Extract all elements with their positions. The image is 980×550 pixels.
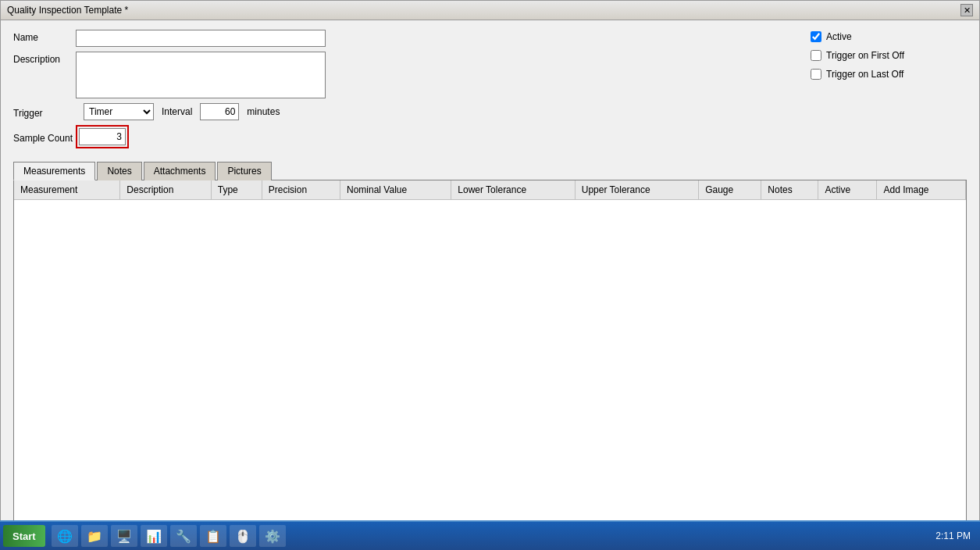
table-header-row: Measurement Description Type Precision N… (14, 180, 966, 200)
active-checkbox[interactable] (811, 31, 821, 42)
tab-panel-measurements: Measurement Description Type Precision N… (13, 180, 967, 529)
description-label: Description (13, 52, 76, 65)
name-row: Name (13, 30, 795, 47)
col-lower-tolerance: Lower Tolerance (451, 180, 575, 200)
col-active: Active (818, 180, 877, 200)
active-label: Active (826, 31, 852, 42)
taskbar-icon-app3[interactable]: 🔧 (170, 525, 197, 547)
measurements-table: Measurement Description Type Precision N… (14, 180, 966, 200)
tabs-wrapper: Measurements Notes Attachments Pictures … (13, 161, 967, 529)
sample-count-input[interactable] (79, 128, 126, 145)
name-label: Name (13, 30, 76, 43)
col-upper-tolerance: Upper Tolerance (575, 180, 698, 200)
col-measurement: Measurement (14, 180, 120, 200)
table-empty-area (14, 200, 966, 528)
taskbar-icon-app1[interactable]: 🖥️ (111, 525, 137, 547)
main-window: Quality Inspection Template * ✕ Name Des… (0, 0, 980, 550)
taskbar-icon-app4[interactable]: 📋 (200, 525, 226, 547)
trigger-last-off-label: Trigger on Last Off (826, 69, 903, 80)
interval-input[interactable] (200, 103, 239, 120)
trigger-row: Trigger Timer Manual Count Interval minu… (13, 103, 795, 120)
interval-label: Interval (162, 106, 192, 117)
trigger-select[interactable]: Timer Manual Count (84, 103, 154, 120)
left-form: Name Description Trigger Timer Manual Co… (13, 30, 795, 153)
col-nominal-value: Nominal Value (340, 180, 451, 200)
trigger-first-off-checkbox[interactable] (811, 50, 821, 61)
col-notes: Notes (761, 180, 818, 200)
trigger-label: Trigger (13, 105, 76, 119)
taskbar-time: 2:11 PM (935, 530, 971, 541)
taskbar-icon-app6[interactable]: ⚙️ (259, 525, 286, 547)
close-button[interactable]: ✕ (960, 4, 973, 16)
taskbar-icon-ie[interactable]: 🌐 (52, 525, 78, 547)
window-title: Quality Inspection Template * (7, 5, 128, 16)
col-gauge: Gauge (699, 180, 761, 200)
taskbar-tray: 2:11 PM (929, 530, 977, 541)
taskbar-icon-app2[interactable]: 📊 (141, 525, 167, 547)
col-description: Description (120, 180, 211, 200)
sample-count-row: Sample Count (13, 125, 795, 148)
taskbar: Start 🌐 📁 🖥️ 📊 🔧 📋 🖱️ ⚙️ 2:11 PM (0, 520, 980, 550)
trigger-last-off-row: Trigger on Last Off (811, 69, 967, 80)
tab-notes[interactable]: Notes (97, 162, 141, 180)
tab-pictures[interactable]: Pictures (217, 162, 271, 180)
sample-count-label: Sample Count (13, 130, 76, 144)
tab-attachments[interactable]: Attachments (144, 162, 216, 180)
tab-measurements[interactable]: Measurements (13, 162, 95, 180)
taskbar-icon-folder[interactable]: 📁 (81, 525, 108, 547)
col-add-image: Add Image (877, 180, 966, 200)
col-precision: Precision (262, 180, 340, 200)
right-form: Active Trigger on First Off Trigger on L… (811, 30, 967, 153)
interval-unit: minutes (247, 106, 280, 117)
taskbar-icons: 🌐 📁 🖥️ 📊 🔧 📋 🖱️ ⚙️ (52, 525, 930, 547)
trigger-first-off-label: Trigger on First Off (826, 50, 904, 61)
description-row: Description (13, 52, 795, 98)
form-section: Name Description Trigger Timer Manual Co… (13, 30, 967, 153)
trigger-first-off-row: Trigger on First Off (811, 50, 967, 61)
taskbar-icon-app5[interactable]: 🖱️ (230, 525, 256, 547)
start-button[interactable]: Start (3, 525, 45, 547)
title-bar: Quality Inspection Template * ✕ (1, 1, 979, 20)
description-textarea[interactable] (76, 52, 326, 98)
active-checkbox-row: Active (811, 31, 967, 42)
trigger-last-off-checkbox[interactable] (811, 69, 821, 80)
sample-count-box (76, 125, 129, 148)
name-input[interactable] (76, 30, 326, 47)
content-area: Name Description Trigger Timer Manual Co… (1, 20, 979, 550)
col-type: Type (211, 180, 262, 200)
tab-bar: Measurements Notes Attachments Pictures (13, 161, 967, 180)
